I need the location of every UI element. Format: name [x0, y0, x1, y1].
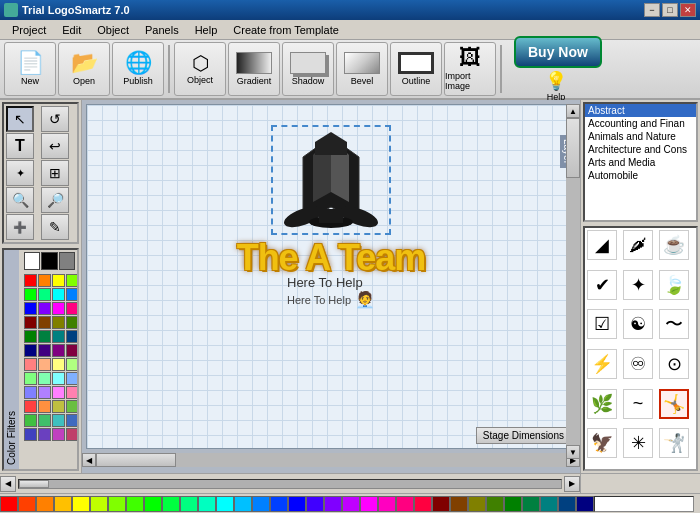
color-cell-40[interactable]: [24, 414, 37, 427]
shadow-button[interactable]: Shadow: [282, 42, 334, 96]
category-list[interactable]: AbstractAccounting and FinanAnimals and …: [583, 102, 698, 222]
scroll-down-button[interactable]: ▼: [566, 445, 580, 459]
category-item-architecture[interactable]: Architecture and Cons: [585, 143, 696, 156]
color-bar-swatch-22[interactable]: [396, 496, 414, 512]
icon-cell-i13[interactable]: 🌿: [587, 389, 617, 419]
new-button[interactable]: 📄 New: [4, 42, 56, 96]
icon-cell-i7[interactable]: ☑: [587, 309, 617, 339]
color-cell-12[interactable]: [24, 316, 37, 329]
color-cell-35[interactable]: [66, 386, 77, 399]
category-item-abstract[interactable]: Abstract: [585, 104, 696, 117]
color-cell-25[interactable]: [38, 358, 51, 371]
color-bar-swatch-27[interactable]: [486, 496, 504, 512]
color-cell-46[interactable]: [52, 428, 65, 441]
icon-cell-i3[interactable]: ☕: [659, 230, 689, 260]
color-cell-44[interactable]: [24, 428, 37, 441]
color-cell-16[interactable]: [24, 330, 37, 343]
color-cell-24[interactable]: [24, 358, 37, 371]
color-bar-swatch-14[interactable]: [252, 496, 270, 512]
color-cell-13[interactable]: [38, 316, 51, 329]
color-cell-26[interactable]: [52, 358, 65, 371]
color-cell-23[interactable]: [66, 344, 77, 357]
color-bar-swatch-8[interactable]: [144, 496, 162, 512]
icon-cell-i8[interactable]: ☯: [623, 309, 653, 339]
color-bar-swatch-19[interactable]: [342, 496, 360, 512]
add-tool[interactable]: ➕: [6, 214, 34, 240]
vscroll-track[interactable]: [566, 118, 580, 445]
bevel-button[interactable]: Bevel: [336, 42, 388, 96]
vscroll-thumb[interactable]: [566, 118, 580, 178]
color-bar-swatch-31[interactable]: [558, 496, 576, 512]
icon-cell-i2[interactable]: 🌶: [623, 230, 653, 260]
color-cell-9[interactable]: [38, 302, 51, 315]
color-cell-17[interactable]: [38, 330, 51, 343]
color-bar-swatch-12[interactable]: [216, 496, 234, 512]
color-bar-swatch-29[interactable]: [522, 496, 540, 512]
color-cell-33[interactable]: [38, 386, 51, 399]
select-tool[interactable]: ↖: [6, 106, 34, 132]
color-cell-20[interactable]: [24, 344, 37, 357]
publish-button[interactable]: 🌐 Publish: [112, 42, 164, 96]
bottom-scroll-left[interactable]: ◀: [0, 476, 16, 492]
category-item-animals[interactable]: Animals and Nature: [585, 130, 696, 143]
color-bar-swatch-11[interactable]: [198, 496, 216, 512]
color-cell-0[interactable]: [24, 274, 37, 287]
effects2-tool[interactable]: ⊞: [41, 160, 69, 186]
icon-cell-i9[interactable]: 〜: [659, 309, 689, 339]
color-cell-43[interactable]: [66, 414, 77, 427]
color-input[interactable]: [594, 496, 694, 512]
color-cell-19[interactable]: [66, 330, 77, 343]
icon-cell-i4[interactable]: ✔: [587, 270, 617, 300]
restore-button[interactable]: □: [662, 3, 678, 17]
window-controls[interactable]: − □ ✕: [644, 3, 696, 17]
effects1-tool[interactable]: ✦: [6, 160, 34, 186]
category-item-arts[interactable]: Arts and Media: [585, 156, 696, 169]
color-bar-swatch-1[interactable]: [18, 496, 36, 512]
icon-cell-i14[interactable]: ~: [623, 389, 653, 419]
bottom-scroll-track[interactable]: [18, 479, 562, 489]
color-cell-5[interactable]: [38, 288, 51, 301]
menu-create-from-template[interactable]: Create from Template: [225, 22, 347, 38]
import-image-button[interactable]: 🖼 Import Image: [444, 42, 496, 96]
help-button[interactable]: 💡 Help: [536, 70, 576, 102]
color-bar-swatch-21[interactable]: [378, 496, 396, 512]
color-cell-32[interactable]: [24, 386, 37, 399]
icon-cell-i12[interactable]: ⊙: [659, 349, 689, 379]
color-cell-29[interactable]: [38, 372, 51, 385]
color-cell-15[interactable]: [66, 316, 77, 329]
color-bar-swatch-9[interactable]: [162, 496, 180, 512]
color-cell-38[interactable]: [52, 400, 65, 413]
color-bar-swatch-2[interactable]: [36, 496, 54, 512]
pen-tool[interactable]: ✎: [41, 214, 69, 240]
color-cell-14[interactable]: [52, 316, 65, 329]
color-bar-swatch-10[interactable]: [180, 496, 198, 512]
color-bar-swatch-16[interactable]: [288, 496, 306, 512]
color-bar-swatch-3[interactable]: [54, 496, 72, 512]
icon-cell-i16[interactable]: 🦅: [587, 428, 617, 458]
close-button[interactable]: ✕: [680, 3, 696, 17]
category-item-automobile[interactable]: Automobile: [585, 169, 696, 182]
color-cell-42[interactable]: [52, 414, 65, 427]
color-cell-47[interactable]: [66, 428, 77, 441]
color-bar-swatch-28[interactable]: [504, 496, 522, 512]
logo-text-main[interactable]: The A Team: [237, 237, 426, 279]
color-bar-swatch-17[interactable]: [306, 496, 324, 512]
scroll-up-button[interactable]: ▲: [566, 104, 580, 118]
color-cell-27[interactable]: [66, 358, 77, 371]
color-bar-swatch-6[interactable]: [108, 496, 126, 512]
menu-edit[interactable]: Edit: [54, 22, 89, 38]
menu-project[interactable]: Project: [4, 22, 54, 38]
hscroll-track[interactable]: [96, 453, 566, 467]
building-icon-container[interactable]: [271, 125, 391, 235]
icon-cell-i18[interactable]: 🤺: [659, 428, 689, 458]
text-tool[interactable]: T: [6, 133, 34, 159]
background-color[interactable]: [41, 252, 57, 270]
color-bar-swatch-23[interactable]: [414, 496, 432, 512]
color-bar-swatch-5[interactable]: [90, 496, 108, 512]
bottom-scroll-thumb[interactable]: [19, 480, 49, 488]
foreground-color[interactable]: [24, 252, 40, 270]
color-bar-swatch-7[interactable]: [126, 496, 144, 512]
color-bar-swatch-4[interactable]: [72, 496, 90, 512]
color-bar-swatch-25[interactable]: [450, 496, 468, 512]
zoom-in-tool[interactable]: 🔍: [6, 187, 34, 213]
